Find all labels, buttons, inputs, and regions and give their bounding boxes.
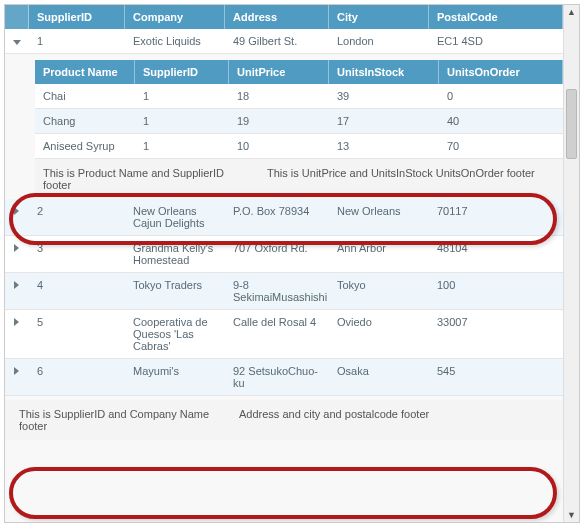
cell-address: 49 Gilbert St. (225, 29, 329, 53)
expand-toggle[interactable] (5, 236, 29, 272)
cell-supplierid: 4 (29, 273, 125, 309)
detail-grid: Product Name SupplierID UnitPrice UnitsI… (5, 54, 563, 199)
chevron-right-icon (14, 244, 19, 252)
detail-cell-price: 10 (229, 134, 329, 158)
cell-city: Tokyo (329, 273, 429, 309)
header-company[interactable]: Company (125, 5, 225, 29)
expand-toggle[interactable] (5, 29, 29, 53)
master-header-row: SupplierID Company Address City PostalCo… (5, 5, 563, 29)
table-row[interactable]: 6 Mayumi's 92 SetsukoChuo-ku Osaka 545 (5, 359, 563, 396)
header-supplierid[interactable]: SupplierID (29, 5, 125, 29)
expand-toggle[interactable] (5, 310, 29, 358)
header-city[interactable]: City (329, 5, 429, 29)
scroll-thumb[interactable] (566, 89, 577, 159)
detail-cell-product: Chang (35, 109, 135, 133)
table-row[interactable]: 5 Cooperativa de Quesos 'Las Cabras' Cal… (5, 310, 563, 359)
detail-header-unitprice[interactable]: UnitPrice (229, 60, 329, 84)
cell-supplierid: 2 (29, 199, 125, 235)
chevron-right-icon (14, 207, 19, 215)
detail-cell-stock: 13 (329, 134, 439, 158)
table-row[interactable]: 4 Tokyo Traders 9-8 SekimaiMusashishi To… (5, 273, 563, 310)
master-footer-right: Address and city and postalcode footer (231, 400, 563, 440)
cell-city: Osaka (329, 359, 429, 395)
cell-city: London (329, 29, 429, 53)
detail-header-product[interactable]: Product Name (35, 60, 135, 84)
detail-cell-price: 18 (229, 84, 329, 108)
cell-address: 92 SetsukoChuo-ku (225, 359, 329, 395)
cell-postal: 70117 (429, 199, 563, 235)
cell-city: Ann Arbor (329, 236, 429, 272)
detail-header-onorder[interactable]: UnitsOnOrder (439, 60, 563, 84)
cell-city: Oviedo (329, 310, 429, 358)
cell-company: Tokyo Traders (125, 273, 225, 309)
detail-cell-stock: 17 (329, 109, 439, 133)
header-postalcode[interactable]: PostalCode (429, 5, 563, 29)
detail-cell-price: 19 (229, 109, 329, 133)
chevron-right-icon (14, 318, 19, 326)
cell-supplierid: 3 (29, 236, 125, 272)
detail-header-instock[interactable]: UnitsInStock (329, 60, 439, 84)
expand-header-cell (5, 5, 29, 29)
detail-cell-order: 0 (439, 84, 563, 108)
detail-header-supplierid[interactable]: SupplierID (135, 60, 229, 84)
detail-cell-sid: 1 (135, 109, 229, 133)
cell-supplierid: 5 (29, 310, 125, 358)
detail-footer-left: This is Product Name and SupplierID foot… (35, 159, 259, 199)
scroll-down-icon[interactable]: ▼ (564, 508, 579, 522)
cell-address: Calle del Rosal 4 (225, 310, 329, 358)
scroll-up-icon[interactable]: ▲ (564, 5, 579, 19)
expand-toggle[interactable] (5, 359, 29, 395)
detail-cell-product: Aniseed Syrup (35, 134, 135, 158)
detail-cell-order: 40 (439, 109, 563, 133)
detail-footer-right: This is UnitPrice and UnitsInStock Units… (259, 159, 563, 199)
detail-cell-stock: 39 (329, 84, 439, 108)
cell-address: P.O. Box 78934 (225, 199, 329, 235)
cell-company: Exotic Liquids (125, 29, 225, 53)
master-footer: This is SupplierID and Company Name foot… (5, 400, 563, 440)
detail-row[interactable]: Aniseed Syrup 1 10 13 70 (35, 134, 563, 159)
cell-postal: 545 (429, 359, 563, 395)
detail-header-row: Product Name SupplierID UnitPrice UnitsI… (35, 60, 563, 84)
chevron-right-icon (14, 367, 19, 375)
header-address[interactable]: Address (225, 5, 329, 29)
expand-toggle[interactable] (5, 199, 29, 235)
table-row[interactable]: 1 Exotic Liquids 49 Gilbert St. London E… (5, 29, 563, 54)
cell-supplierid: 1 (29, 29, 125, 53)
detail-cell-product: Chai (35, 84, 135, 108)
cell-address: 9-8 SekimaiMusashishi (225, 273, 329, 309)
detail-cell-sid: 1 (135, 84, 229, 108)
cell-company: Cooperativa de Quesos 'Las Cabras' (125, 310, 225, 358)
cell-address: 707 Oxford Rd. (225, 236, 329, 272)
detail-cell-order: 70 (439, 134, 563, 158)
master-footer-left: This is SupplierID and Company Name foot… (5, 400, 231, 440)
detail-row[interactable]: Chang 1 19 17 40 (35, 109, 563, 134)
hierarchical-grid: SupplierID Company Address City PostalCo… (4, 4, 580, 523)
cell-company: Grandma Kelly's Homestead (125, 236, 225, 272)
cell-company: New Orleans Cajun Delights (125, 199, 225, 235)
cell-company: Mayumi's (125, 359, 225, 395)
cell-supplierid: 6 (29, 359, 125, 395)
expand-toggle[interactable] (5, 273, 29, 309)
detail-cell-sid: 1 (135, 134, 229, 158)
cell-postal: EC1 4SD (429, 29, 563, 53)
detail-row[interactable]: Chai 1 18 39 0 (35, 84, 563, 109)
cell-postal: 33007 (429, 310, 563, 358)
chevron-right-icon (14, 281, 19, 289)
table-row[interactable]: 3 Grandma Kelly's Homestead 707 Oxford R… (5, 236, 563, 273)
cell-postal: 100 (429, 273, 563, 309)
cell-postal: 48104 (429, 236, 563, 272)
table-row[interactable]: 2 New Orleans Cajun Delights P.O. Box 78… (5, 199, 563, 236)
cell-city: New Orleans (329, 199, 429, 235)
detail-footer: This is Product Name and SupplierID foot… (35, 159, 563, 199)
vertical-scrollbar[interactable]: ▲ ▼ (563, 5, 579, 522)
chevron-down-icon (13, 40, 21, 45)
